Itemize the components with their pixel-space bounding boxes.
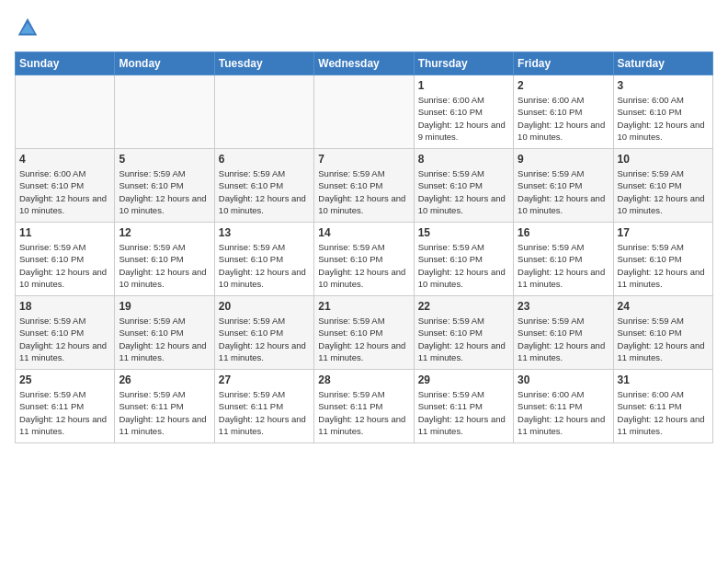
day-info: Sunrise: 6:00 AM Sunset: 6:10 PM Dayligh… — [518, 94, 609, 143]
day-info: Sunrise: 6:00 AM Sunset: 6:10 PM Dayligh… — [618, 94, 709, 143]
calendar-cell — [16, 75, 115, 149]
calendar-cell: 24Sunrise: 5:59 AM Sunset: 6:10 PM Dayli… — [613, 296, 712, 370]
day-info: Sunrise: 5:59 AM Sunset: 6:10 PM Dayligh… — [518, 315, 609, 363]
calendar-cell: 9Sunrise: 5:59 AM Sunset: 6:10 PM Daylig… — [514, 149, 613, 223]
day-number: 21 — [318, 300, 409, 313]
column-header-saturday: Saturday — [613, 52, 712, 75]
day-number: 10 — [618, 153, 709, 166]
calendar-cell: 13Sunrise: 5:59 AM Sunset: 6:10 PM Dayli… — [214, 223, 313, 296]
calendar-cell: 4Sunrise: 6:00 AM Sunset: 6:10 PM Daylig… — [16, 149, 115, 223]
day-info: Sunrise: 6:00 AM Sunset: 6:10 PM Dayligh… — [418, 94, 509, 143]
calendar-table: SundayMondayTuesdayWednesdayThursdayFrid… — [15, 52, 713, 443]
calendar-cell: 11Sunrise: 5:59 AM Sunset: 6:10 PM Dayli… — [16, 223, 115, 296]
day-number: 16 — [518, 226, 609, 239]
day-info: Sunrise: 5:59 AM Sunset: 6:11 PM Dayligh… — [219, 388, 310, 437]
calendar-cell: 21Sunrise: 5:59 AM Sunset: 6:10 PM Dayli… — [314, 296, 414, 370]
logo-icon — [15, 15, 40, 40]
day-number: 30 — [518, 373, 609, 386]
day-info: Sunrise: 6:00 AM Sunset: 6:10 PM Dayligh… — [19, 167, 110, 216]
column-header-friday: Friday — [514, 52, 613, 75]
day-number: 29 — [418, 373, 509, 386]
calendar-cell — [115, 75, 214, 149]
day-number: 5 — [119, 153, 210, 166]
day-info: Sunrise: 5:59 AM Sunset: 6:10 PM Dayligh… — [119, 241, 210, 290]
day-info: Sunrise: 5:59 AM Sunset: 6:10 PM Dayligh… — [618, 167, 709, 216]
calendar-cell: 19Sunrise: 5:59 AM Sunset: 6:10 PM Dayli… — [115, 296, 214, 370]
calendar-cell: 7Sunrise: 5:59 AM Sunset: 6:10 PM Daylig… — [314, 149, 414, 223]
day-number: 19 — [119, 300, 210, 313]
day-number: 20 — [219, 300, 310, 313]
day-info: Sunrise: 5:59 AM Sunset: 6:10 PM Dayligh… — [318, 315, 409, 363]
calendar-cell: 16Sunrise: 5:59 AM Sunset: 6:10 PM Dayli… — [514, 223, 613, 296]
day-number: 9 — [518, 153, 609, 166]
day-info: Sunrise: 5:59 AM Sunset: 6:11 PM Dayligh… — [19, 388, 110, 437]
calendar-header-row: SundayMondayTuesdayWednesdayThursdayFrid… — [16, 52, 713, 75]
day-info: Sunrise: 5:59 AM Sunset: 6:10 PM Dayligh… — [219, 241, 310, 290]
day-number: 22 — [418, 300, 509, 313]
day-number: 6 — [219, 153, 310, 166]
day-number: 14 — [318, 226, 409, 239]
day-number: 15 — [418, 226, 509, 239]
calendar-cell: 30Sunrise: 6:00 AM Sunset: 6:11 PM Dayli… — [514, 370, 613, 443]
calendar-week-row: 4Sunrise: 6:00 AM Sunset: 6:10 PM Daylig… — [16, 149, 713, 223]
calendar-cell — [214, 75, 313, 149]
day-number: 18 — [19, 300, 110, 313]
day-number: 8 — [418, 153, 509, 166]
day-info: Sunrise: 5:59 AM Sunset: 6:10 PM Dayligh… — [418, 167, 509, 216]
day-info: Sunrise: 5:59 AM Sunset: 6:10 PM Dayligh… — [618, 315, 709, 363]
day-info: Sunrise: 5:59 AM Sunset: 6:10 PM Dayligh… — [119, 167, 210, 216]
calendar-cell: 26Sunrise: 5:59 AM Sunset: 6:11 PM Dayli… — [115, 370, 214, 443]
calendar-cell: 29Sunrise: 5:59 AM Sunset: 6:11 PM Dayli… — [414, 370, 513, 443]
calendar-cell: 23Sunrise: 5:59 AM Sunset: 6:10 PM Dayli… — [514, 296, 613, 370]
page-header — [15, 15, 713, 40]
column-header-thursday: Thursday — [414, 52, 513, 75]
calendar-cell: 25Sunrise: 5:59 AM Sunset: 6:11 PM Dayli… — [16, 370, 115, 443]
day-info: Sunrise: 5:59 AM Sunset: 6:10 PM Dayligh… — [19, 315, 110, 363]
day-info: Sunrise: 5:59 AM Sunset: 6:11 PM Dayligh… — [119, 388, 210, 437]
calendar-cell: 6Sunrise: 5:59 AM Sunset: 6:10 PM Daylig… — [214, 149, 313, 223]
calendar-cell: 22Sunrise: 5:59 AM Sunset: 6:10 PM Dayli… — [414, 296, 513, 370]
column-header-monday: Monday — [115, 52, 214, 75]
calendar-cell: 12Sunrise: 5:59 AM Sunset: 6:10 PM Dayli… — [115, 223, 214, 296]
day-number: 23 — [518, 300, 609, 313]
day-number: 7 — [318, 153, 409, 166]
calendar-week-row: 1Sunrise: 6:00 AM Sunset: 6:10 PM Daylig… — [16, 75, 713, 149]
day-number: 11 — [19, 226, 110, 239]
day-info: Sunrise: 5:59 AM Sunset: 6:10 PM Dayligh… — [418, 241, 509, 290]
calendar-cell: 8Sunrise: 5:59 AM Sunset: 6:10 PM Daylig… — [414, 149, 513, 223]
column-header-sunday: Sunday — [16, 52, 115, 75]
day-info: Sunrise: 6:00 AM Sunset: 6:11 PM Dayligh… — [518, 388, 609, 437]
column-header-tuesday: Tuesday — [214, 52, 313, 75]
day-info: Sunrise: 6:00 AM Sunset: 6:11 PM Dayligh… — [618, 388, 709, 437]
calendar-cell: 5Sunrise: 5:59 AM Sunset: 6:10 PM Daylig… — [115, 149, 214, 223]
day-info: Sunrise: 5:59 AM Sunset: 6:10 PM Dayligh… — [219, 315, 310, 363]
day-number: 31 — [618, 373, 709, 386]
day-info: Sunrise: 5:59 AM Sunset: 6:11 PM Dayligh… — [318, 388, 409, 437]
calendar-week-row: 11Sunrise: 5:59 AM Sunset: 6:10 PM Dayli… — [16, 223, 713, 296]
calendar-week-row: 25Sunrise: 5:59 AM Sunset: 6:11 PM Dayli… — [16, 370, 713, 443]
calendar-cell: 31Sunrise: 6:00 AM Sunset: 6:11 PM Dayli… — [613, 370, 712, 443]
day-number: 13 — [219, 226, 310, 239]
calendar-cell: 28Sunrise: 5:59 AM Sunset: 6:11 PM Dayli… — [314, 370, 414, 443]
day-number: 25 — [19, 373, 110, 386]
day-number: 26 — [119, 373, 210, 386]
day-number: 3 — [618, 79, 709, 92]
calendar-cell: 10Sunrise: 5:59 AM Sunset: 6:10 PM Dayli… — [613, 149, 712, 223]
day-info: Sunrise: 5:59 AM Sunset: 6:10 PM Dayligh… — [518, 241, 609, 290]
calendar-week-row: 18Sunrise: 5:59 AM Sunset: 6:10 PM Dayli… — [16, 296, 713, 370]
calendar-cell: 2Sunrise: 6:00 AM Sunset: 6:10 PM Daylig… — [514, 75, 613, 149]
day-info: Sunrise: 5:59 AM Sunset: 6:10 PM Dayligh… — [418, 315, 509, 363]
column-header-wednesday: Wednesday — [314, 52, 414, 75]
calendar-cell: 27Sunrise: 5:59 AM Sunset: 6:11 PM Dayli… — [214, 370, 313, 443]
day-number: 17 — [618, 226, 709, 239]
day-info: Sunrise: 5:59 AM Sunset: 6:10 PM Dayligh… — [219, 167, 310, 216]
day-number: 2 — [518, 79, 609, 92]
day-info: Sunrise: 5:59 AM Sunset: 6:10 PM Dayligh… — [618, 241, 709, 290]
day-number: 4 — [19, 153, 110, 166]
calendar-cell: 15Sunrise: 5:59 AM Sunset: 6:10 PM Dayli… — [414, 223, 513, 296]
day-info: Sunrise: 5:59 AM Sunset: 6:10 PM Dayligh… — [518, 167, 609, 216]
calendar-cell: 20Sunrise: 5:59 AM Sunset: 6:10 PM Dayli… — [214, 296, 313, 370]
calendar-cell: 14Sunrise: 5:59 AM Sunset: 6:10 PM Dayli… — [314, 223, 414, 296]
day-info: Sunrise: 5:59 AM Sunset: 6:10 PM Dayligh… — [318, 241, 409, 290]
day-number: 1 — [418, 79, 509, 92]
